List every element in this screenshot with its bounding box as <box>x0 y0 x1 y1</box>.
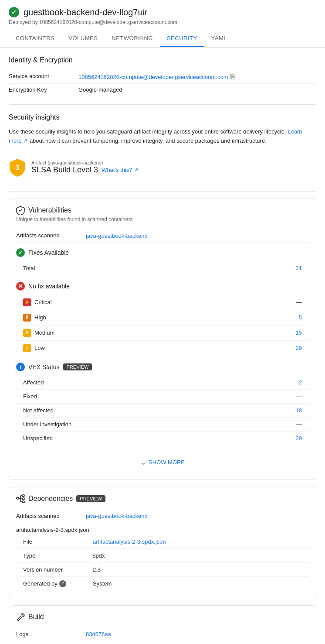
encryption-key-row: Encryption Key Google-managed <box>9 84 316 96</box>
identity-section-title: Identity & Encryption <box>9 56 316 64</box>
vuln-header: Vulnerabilities <box>16 206 309 215</box>
dependencies-title: Dependencies <box>28 495 73 503</box>
help-icon[interactable]: ? <box>59 580 66 587</box>
service-account-link[interactable]: 1085624162020-compute@developer.gservice… <box>78 74 228 80</box>
service-account-label: Service account <box>9 73 78 81</box>
severity-medium-label: ‼ Medium <box>23 329 296 337</box>
severity-critical-label: ⚡ Critical <box>23 298 296 306</box>
severity-critical-row: ⚡ Critical — <box>16 295 309 310</box>
dependencies-header: Dependencies PREVIEW <box>16 494 309 503</box>
slsa-content: Artifact (java-guestbook-backend) SLSA B… <box>31 160 139 175</box>
encryption-key-value: Google-managed <box>78 86 122 93</box>
vex-under-investigation-row: Under investigation — <box>16 418 309 432</box>
build-header: Build <box>16 613 309 621</box>
vulnerabilities-shield-icon <box>16 206 25 215</box>
vex-affected-value[interactable]: 2 <box>299 379 302 386</box>
high-value[interactable]: 5 <box>299 314 302 321</box>
fixes-available-section: Fixes Available Total 31 <box>16 248 309 275</box>
dep-artifacts-row: Artifacts scanned java-guestbook-backend <box>16 509 309 523</box>
fixes-total-row: Total 31 <box>16 261 309 275</box>
dep-version-label: Version number <box>23 566 93 573</box>
dependencies-preview-badge: PREVIEW <box>76 495 105 502</box>
build-logs-label: Logs <box>16 631 86 637</box>
dep-type-label: Type <box>23 552 93 559</box>
tab-security[interactable]: SECURITY <box>160 31 204 47</box>
tab-volumes[interactable]: VOLUMES <box>61 31 105 47</box>
slsa-badge: 3 Artifact (java-guestbook-backend) SLSA… <box>9 153 316 182</box>
page-header: guestbook-backend-dev-llog7uir Deployed … <box>0 0 325 48</box>
tab-yaml[interactable]: YAML <box>204 31 234 47</box>
dep-sub-table: File artifactanalysis-2-3.spdx.json Type… <box>16 535 309 591</box>
identity-section: Identity & Encryption Service account 10… <box>9 48 316 105</box>
chevron-down-icon: ⌄ <box>140 458 146 466</box>
dep-type-row: Type spdx <box>16 549 309 563</box>
vulnerabilities-card: Vulnerabilities Unique vulnerabilities f… <box>9 199 316 480</box>
dependencies-icon <box>16 494 25 503</box>
severity-medium-row: ‼ Medium 15 <box>16 325 309 341</box>
severity-high-row: ‼ High 5 <box>16 310 309 325</box>
vex-not-affected-row: Not affected 18 <box>16 404 309 418</box>
main-content: Identity & Encryption Service account 10… <box>0 48 325 192</box>
medium-value[interactable]: 15 <box>296 329 302 336</box>
dep-artifacts-value: java-guestbook-backend <box>86 513 148 519</box>
medium-severity-icon: ‼ <box>23 329 31 337</box>
build-builder-row: Builder Cloud Build <box>16 641 309 644</box>
security-insights-title: Security insights <box>9 113 316 121</box>
svg-rect-4 <box>22 501 24 503</box>
fixes-available-header: Fixes Available <box>16 248 309 257</box>
fixes-total-value[interactable]: 31 <box>296 265 302 271</box>
vex-fixed-label: Fixed <box>23 393 296 400</box>
vulnerabilities-title: Vulnerabilities <box>28 206 71 214</box>
svg-text:3: 3 <box>16 164 20 171</box>
fixes-check-icon <box>16 248 25 257</box>
dep-type-value: spdx <box>93 552 105 559</box>
svg-rect-3 <box>22 498 24 500</box>
dep-artifacts-label: Artifacts scanned <box>16 513 86 519</box>
svg-rect-1 <box>17 497 19 499</box>
fixes-available-title: Fixes Available <box>28 249 69 256</box>
build-logs-value: 83d676aa <box>86 631 111 637</box>
dep-file-row: File artifactanalysis-2-3.spdx.json <box>16 535 309 549</box>
vex-status-section: i VEX Status PREVIEW Affected 2 Fixed — … <box>16 363 309 445</box>
critical-value: — <box>296 299 302 305</box>
low-value[interactable]: 29 <box>296 345 302 351</box>
severity-low-row: ℹ Low 29 <box>16 341 309 356</box>
vex-not-affected-value[interactable]: 18 <box>296 407 302 414</box>
dep-version-value: 2.3 <box>93 566 101 573</box>
vex-status-header: i VEX Status PREVIEW <box>16 363 309 371</box>
artifact-label: Artifact (java-guestbook-backend) <box>31 160 139 165</box>
show-more-button[interactable]: ⌄ SHOW MORE <box>16 452 309 473</box>
dep-file-label: File <box>23 538 93 545</box>
vuln-artifacts-label: Artifacts scanned <box>16 232 86 239</box>
severity-low-label: ℹ Low <box>23 344 296 352</box>
vuln-artifacts-link[interactable]: java-guestbook-backend <box>86 233 148 239</box>
insight-text-part2: about how it can prevent tampering, impr… <box>30 137 267 144</box>
dep-file-link[interactable]: artifactanalysis-2-3.spdx.json <box>93 538 166 545</box>
copy-icon[interactable]: ⎘ <box>230 73 235 81</box>
deployed-by-text: Deployed by 1085624162020-compute@develo… <box>9 19 316 25</box>
slsa-shield-icon: 3 <box>9 158 26 177</box>
whats-this-link[interactable]: What's this? ↗ <box>102 167 139 173</box>
vuln-artifacts-row: Artifacts scanned java-guestbook-backend <box>16 229 309 243</box>
dep-file-value: artifactanalysis-2-3.spdx.json <box>93 538 166 545</box>
encryption-key-label: Encryption Key <box>9 86 78 93</box>
dep-sub-section-title: artifactanalysis-2-3.spdx.json <box>16 523 309 535</box>
tab-networking[interactable]: NETWORKING <box>105 31 160 47</box>
page-title: guestbook-backend-dev-llog7uir <box>24 7 148 17</box>
build-card: Build Logs 83d676aa Builder Cloud Build … <box>9 605 316 644</box>
severity-high-label: ‼ High <box>23 314 299 322</box>
vuln-artifacts-value: java-guestbook-backend <box>86 232 148 239</box>
service-account-value: 1085624162020-compute@developer.gservice… <box>78 73 235 81</box>
build-title: Build <box>28 613 44 621</box>
vex-unspecified-label: Unspecified <box>23 435 296 442</box>
build-logs-link[interactable]: 83d676aa <box>86 631 111 637</box>
high-severity-icon: ‼ <box>23 314 31 322</box>
identity-table: Service account 1085624162020-compute@de… <box>9 70 316 96</box>
tab-containers[interactable]: CONTAINERS <box>9 31 61 47</box>
service-account-row: Service account 1085624162020-compute@de… <box>9 70 316 84</box>
dep-generated-label: Generated by ? <box>23 580 93 587</box>
vex-unspecified-value[interactable]: 29 <box>296 435 302 442</box>
vex-fixed-row: Fixed — <box>16 390 309 404</box>
dep-artifacts-link[interactable]: java-guestbook-backend <box>86 513 148 519</box>
outer-sections: Vulnerabilities Unique vulnerabilities f… <box>0 192 325 644</box>
